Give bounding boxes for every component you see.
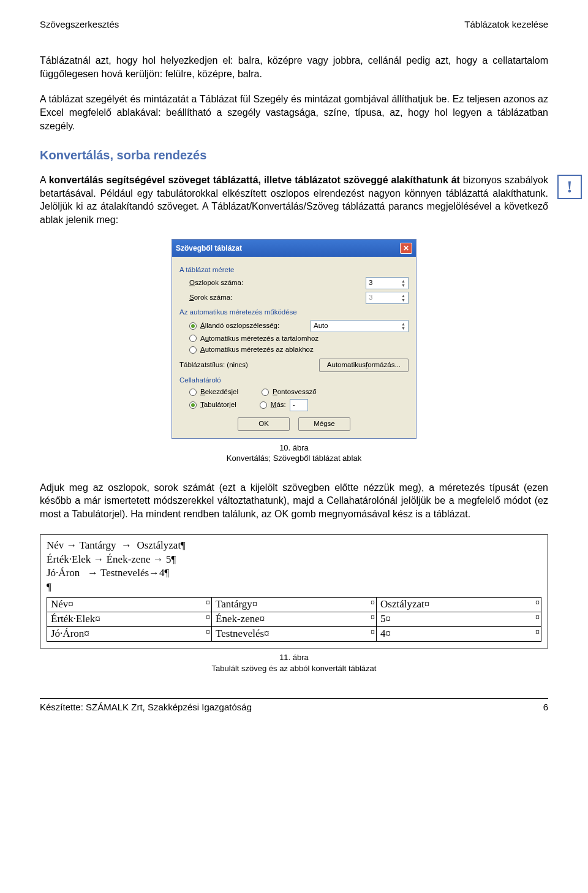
dialog-title: Szövegből táblázat	[176, 243, 242, 253]
footer-author: Készítette: SZÁMALK Zrt, Szakképzési Iga…	[40, 701, 252, 713]
radio-fit-content-label: Automatikus méretezés a tartalomhoz	[200, 334, 318, 344]
table-cell: Osztályzat¤¤	[377, 598, 541, 612]
table-cell: Tantárgy¤¤	[212, 598, 377, 612]
close-icon[interactable]: ✕	[400, 243, 412, 254]
other-delim-input[interactable]: -	[290, 399, 308, 411]
radio-tab[interactable]	[189, 401, 197, 409]
dialog-szovegbol-tablazat: Szövegből táblázat ✕ A táblázat mérete O…	[172, 239, 417, 439]
spinner-arrows-icon[interactable]: ▲▼	[401, 322, 405, 330]
header-right: Táblázatok kezelése	[464, 18, 548, 31]
figure-11-content: Név → Tantárgy → Osztályzat¶ Érték·Elek …	[40, 534, 548, 649]
table-cell: Név¤¤	[47, 598, 212, 612]
cancel-button[interactable]: Mégse	[298, 417, 350, 431]
paragraph-4: Adjuk meg az oszlopok, sorok számát (ezt…	[40, 481, 548, 521]
rows-value: 3	[369, 293, 372, 303]
tab-line-2: Érték·Elek → Ének-zene → 5¶	[47, 553, 541, 567]
table-cell: Ének-zene¤¤	[212, 612, 377, 627]
figure-11-caption: Tabulált szöveg és az abból konvertált t…	[40, 663, 548, 674]
radio-fixed-label: Állandó oszlopszélesség:	[200, 321, 279, 331]
radio-semicolon-label: Pontosvessző	[273, 387, 317, 397]
table-style-label: Táblázatstílus: (nincs)	[179, 360, 313, 370]
fixed-width-combo[interactable]: Auto ▲▼	[311, 320, 409, 332]
autoformat-button[interactable]: Automatikus formázás...	[319, 359, 409, 372]
table-row: Jó·Áron¤¤ Testnevelés¤¤ 4¤¤	[47, 627, 541, 642]
figure-10-number: 10. ábra	[40, 443, 548, 454]
converted-table: Név¤¤ Tantárgy¤¤ Osztályzat¤¤ Érték·Elek…	[47, 597, 541, 642]
tab-line-4: ¶	[47, 580, 541, 595]
radio-other-label: Más:	[271, 400, 286, 410]
rows-spinner: 3 ▲▼	[366, 292, 409, 304]
table-cell: Testnevelés¤¤	[212, 627, 377, 642]
paragraph-1: Táblázatnál azt, hogy hol helyezkedjen e…	[40, 54, 548, 80]
important-icon: !	[557, 175, 582, 199]
table-cell: 4¤¤	[377, 627, 541, 642]
tab-line-3: Jó·Áron → Testnevelés→4¶	[47, 566, 541, 580]
radio-fit-window[interactable]	[189, 346, 197, 354]
paragraph-3: A konvertálás segítségével szöveget tábl…	[40, 173, 548, 226]
radio-paragraph-mark[interactable]	[189, 389, 197, 396]
paragraph-2: A táblázat szegélyét és mintázatát a Táb…	[40, 93, 548, 132]
radio-fit-window-label: Automatikus méretezés az ablakhoz	[200, 345, 314, 355]
group-table-size: A táblázat mérete	[179, 265, 409, 275]
table-cell: 5¤¤	[377, 612, 541, 627]
figure-10-caption: Konvertálás; Szövegből táblázat ablak	[40, 453, 548, 464]
radio-tab-label: Tabulátorjel	[200, 400, 236, 410]
radio-paragraph-label: Bekezdésjel	[200, 387, 238, 397]
table-row: Érték·Elek¤¤ Ének-zene¤¤ 5¤¤	[47, 612, 541, 627]
radio-fixed-width[interactable]	[189, 322, 197, 330]
page-number: 6	[543, 701, 548, 713]
rows-label: Sorok száma:	[189, 293, 366, 303]
table-cell: Jó·Áron¤¤	[47, 627, 212, 642]
table-row: Név¤¤ Tantárgy¤¤ Osztályzat¤¤	[47, 598, 541, 612]
header-left: Szövegszerkesztés	[40, 18, 119, 31]
table-cell: Érték·Elek¤¤	[47, 612, 212, 627]
group-autosize: Az automatikus méretezés működése	[179, 308, 409, 317]
cols-value: 3	[369, 278, 372, 288]
radio-semicolon[interactable]	[262, 389, 269, 396]
radio-other[interactable]	[260, 401, 267, 409]
tab-line-1: Név → Tantárgy → Osztályzat¶	[47, 539, 541, 553]
spinner-arrows-icon: ▲▼	[401, 294, 405, 302]
ok-button[interactable]: OK	[238, 417, 290, 431]
spinner-arrows-icon[interactable]: ▲▼	[401, 279, 405, 287]
group-delimiter: Cellahatároló	[179, 376, 409, 386]
radio-fit-content[interactable]	[189, 335, 197, 342]
cols-spinner[interactable]: 3 ▲▼	[366, 277, 409, 289]
figure-11-number: 11. ábra	[40, 652, 548, 663]
cols-label: Oszlopok száma:	[189, 278, 366, 288]
fixed-width-value: Auto	[314, 321, 328, 331]
section-title: Konvertálás, sorba rendezés	[40, 147, 548, 164]
